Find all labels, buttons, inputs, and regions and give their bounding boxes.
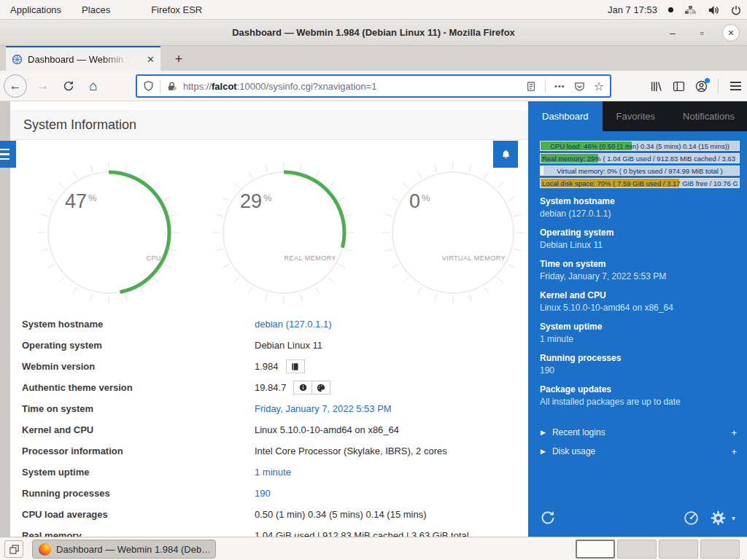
power-icon[interactable] <box>731 5 741 15</box>
collapsible-recent-logins[interactable]: ▶Recent logins+ <box>528 423 747 442</box>
sidebar-info-item: Operating systemDebian Linux 11 <box>540 228 740 250</box>
settings-gear-icon[interactable] <box>711 510 726 526</box>
workspace-switcher <box>576 540 740 559</box>
row-label: System hostname <box>10 319 255 330</box>
sidebar-menu-toggle-button[interactable] <box>0 141 16 168</box>
dashboard-sidebar: DashboardFavoritesNotifications CPU load… <box>528 101 747 537</box>
page-header: System Information <box>10 110 528 140</box>
meter-text: Real memory: 29% ( 1.04 GiB used / 912.8… <box>542 154 738 163</box>
applications-menu[interactable]: Applications <box>0 0 71 20</box>
theme-info-button[interactable] <box>293 381 312 394</box>
tab-close-icon[interactable]: ✕ <box>147 54 155 65</box>
table-row: Real memory1.04 GiB used | 912.83 MiB ca… <box>10 525 528 537</box>
bookmark-star-icon[interactable]: ☆ <box>594 79 604 93</box>
dashboard-gauge-icon[interactable] <box>684 510 699 526</box>
row-buttons <box>286 359 305 373</box>
volume-icon[interactable] <box>708 5 720 15</box>
workspace-3[interactable] <box>659 540 698 559</box>
row-value: 0.50 (1 min) 0.34 (5 mins) 0.14 (15 mins… <box>255 509 427 520</box>
plus-icon[interactable]: + <box>731 427 737 438</box>
table-row: System uptime1 minute <box>10 462 528 483</box>
row-value-cell: 190 <box>255 488 271 499</box>
sidebar-meter: Real memory: 29% ( 1.04 GiB used / 912.8… <box>540 153 740 163</box>
workspace-4[interactable] <box>700 540 740 559</box>
workspace-2[interactable] <box>617 540 657 559</box>
new-tab-button[interactable]: + <box>169 50 188 69</box>
row-value-link[interactable]: Friday, January 7, 2022 5:53 PM <box>255 403 392 414</box>
gauge-value: 29% <box>240 190 272 213</box>
table-row: Processor informationIntel Core Processo… <box>10 440 528 462</box>
row-value: Linux 5.10.0-10-amd64 on x86_64 <box>255 424 399 435</box>
row-value-cell: 1.984 <box>255 359 305 373</box>
row-buttons <box>293 381 330 394</box>
row-label: Webmin version <box>10 361 255 372</box>
tracking-protection-shield-icon[interactable] <box>143 80 154 92</box>
table-row: CPU load averages0.50 (1 min) 0.34 (5 mi… <box>10 504 528 525</box>
window-title-bar[interactable]: Dashboard — Webmin 1.984 (Debian Linux 1… <box>0 20 747 46</box>
sidebar-tab-dashboard[interactable]: Dashboard <box>528 101 603 131</box>
pocket-icon[interactable] <box>574 81 585 92</box>
sidebar-toggle-icon[interactable] <box>673 80 685 93</box>
row-label: System uptime <box>10 467 255 478</box>
row-value-cell: Intel Core Processor (Skylake, IBRS), 2 … <box>255 446 447 456</box>
table-row: Running processes190 <box>10 483 528 504</box>
tab-title: Dashboard — Webmin 1 <box>28 54 130 65</box>
bottom-taskbar: Dashboard — Webmin 1.984 (Deb… <box>0 537 747 560</box>
row-value-cell: 1 minute <box>255 467 291 478</box>
taskbar-window-button[interactable]: Dashboard — Webmin 1.984 (Deb… <box>32 540 216 559</box>
url-text: https://falcot:10000/sysinfo.cgi?xnaviga… <box>183 81 520 92</box>
menu-icon[interactable] <box>729 79 743 93</box>
browser-tab[interactable]: Dashboard — Webmin 1 ✕ <box>6 46 160 71</box>
back-button[interactable]: ← <box>4 74 27 98</box>
gear-caret-icon[interactable]: ▾ <box>732 514 735 522</box>
row-label: CPU load averages <box>10 509 255 520</box>
places-menu[interactable]: Places <box>71 0 120 20</box>
forward-button[interactable]: → <box>31 74 55 98</box>
row-value: 19.84.7 <box>255 382 286 393</box>
show-desktop-button[interactable] <box>4 540 23 558</box>
svg-text:?: ? <box>689 10 692 15</box>
workspace-1[interactable] <box>576 540 615 559</box>
row-label: Time on system <box>10 403 255 414</box>
theme-palette-button[interactable] <box>311 381 330 394</box>
sidebar-tab-favorites[interactable]: Favorites <box>603 101 669 131</box>
maximize-button[interactable]: ▫ <box>693 24 711 42</box>
gauge-ring-icon <box>211 160 357 306</box>
browser-viewport: System Information System hostnamedebian… <box>0 101 747 537</box>
plus-icon[interactable]: + <box>731 446 737 457</box>
clock[interactable]: Jan 7 17:53 <box>608 4 657 15</box>
row-value-cell: Friday, January 7, 2022 5:53 PM <box>255 403 392 414</box>
row-value-link[interactable]: 1 minute <box>255 467 291 478</box>
row-value-link[interactable]: 190 <box>255 488 271 499</box>
sidebar-tab-notifications[interactable]: Notifications <box>669 101 747 131</box>
page-actions-icon[interactable]: ••• <box>554 82 565 90</box>
reload-button[interactable] <box>57 74 80 98</box>
changelog-book-icon-button[interactable] <box>286 359 305 373</box>
close-button[interactable]: × <box>722 24 740 42</box>
row-value-cell: Debian Linux 11 <box>255 340 322 351</box>
network-icon[interactable]: ? <box>684 5 697 15</box>
sidebar-collapsibles: ▶Recent logins+▶Disk usage+ <box>528 423 747 461</box>
active-app-menu[interactable]: Firefox ESR <box>141 0 212 20</box>
url-input[interactable]: ! https://falcot:10000/sysinfo.cgi?xnavi… <box>136 74 611 98</box>
library-icon[interactable] <box>650 80 662 93</box>
reader-mode-icon[interactable] <box>526 81 536 92</box>
row-value-cell: 1.04 GiB used | 912.83 MiB cached | 3.63… <box>255 530 469 537</box>
insecure-lock-icon[interactable]: ! <box>166 81 177 92</box>
gauge-real-memory: 29%REAL MEMORY <box>211 160 357 306</box>
expand-arrow-icon: ▶ <box>541 429 546 436</box>
account-icon[interactable] <box>695 80 708 93</box>
minimize-button[interactable]: – <box>664 24 681 42</box>
sidebar-info-item: Running processes190 <box>540 353 740 376</box>
table-row: Time on systemFriday, January 7, 2022 5:… <box>10 398 528 419</box>
refresh-icon[interactable] <box>540 510 556 526</box>
sidebar-meter: Virtual memory: 0% ( 0 bytes used / 974.… <box>540 166 740 176</box>
row-label: Real memory <box>10 530 255 537</box>
home-button[interactable]: ⌂ <box>82 74 105 98</box>
collapsible-disk-usage[interactable]: ▶Disk usage+ <box>528 442 747 461</box>
info-label: Package updates <box>540 384 740 394</box>
row-value-link[interactable]: debian (127.0.1.1) <box>255 319 332 330</box>
urlbar-divider <box>160 79 160 93</box>
info-value: 1 minute <box>540 334 740 344</box>
sidebar-info-item: System hostnamedebian (127.0.1.1) <box>540 196 740 219</box>
